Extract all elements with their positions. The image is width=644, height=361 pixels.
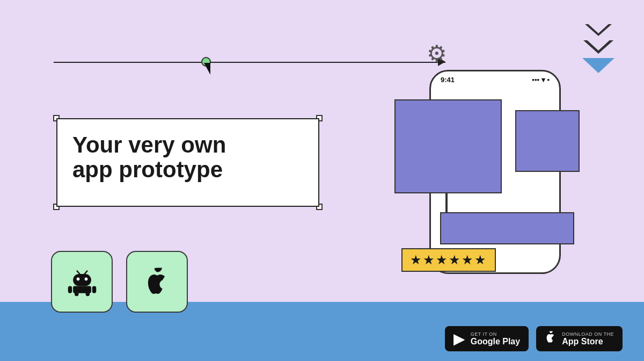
app-icon-row xyxy=(51,251,188,313)
triangle-outline-1 xyxy=(585,24,612,36)
triangles-decoration xyxy=(582,24,614,73)
svg-point-5 xyxy=(76,277,79,280)
text-box: Your very own app prototype xyxy=(56,118,319,207)
svg-rect-10 xyxy=(68,286,72,293)
prototype-heading: Your very own app prototype xyxy=(57,119,318,196)
ui-block-medium xyxy=(515,110,580,172)
app-store-name: App Store xyxy=(562,337,614,346)
svg-rect-8 xyxy=(74,292,78,296)
timeline-line xyxy=(54,62,445,63)
svg-rect-4 xyxy=(73,274,91,286)
svg-rect-7 xyxy=(73,286,91,293)
phone-time: 9:41 xyxy=(441,76,455,84)
triangle-outline-2 xyxy=(583,40,613,54)
android-icon-box[interactable] xyxy=(51,251,113,313)
phone-signal: ▪▪▪ ▾ ▪ xyxy=(532,76,550,84)
svg-point-6 xyxy=(84,277,87,280)
svg-rect-9 xyxy=(85,292,90,296)
apple-icon-box[interactable] xyxy=(126,251,188,313)
heading-line1: Your very own xyxy=(72,132,226,157)
ui-block-wide xyxy=(440,212,574,244)
store-buttons-row: ▶ GET IT ON Google Play Download on the … xyxy=(445,326,623,351)
cursor-icon xyxy=(204,63,210,75)
google-play-sub: GET IT ON xyxy=(471,331,520,337)
svg-line-3 xyxy=(84,271,87,275)
block-connector xyxy=(445,193,448,215)
heading-line2: app prototype xyxy=(72,157,223,182)
timeline xyxy=(54,51,445,83)
triangle-filled xyxy=(582,58,614,73)
google-play-name: Google Play xyxy=(471,337,520,346)
app-store-button[interactable]: Download on the App Store xyxy=(536,326,623,351)
google-play-text: GET IT ON Google Play xyxy=(471,331,520,346)
ui-block-large xyxy=(394,99,502,193)
android-icon xyxy=(66,266,98,298)
google-play-button[interactable]: ▶ GET IT ON Google Play xyxy=(445,326,529,351)
svg-line-2 xyxy=(77,271,80,275)
stars-rating: ★★★★★★ xyxy=(401,248,496,272)
svg-rect-11 xyxy=(92,286,96,293)
google-play-icon: ▶ xyxy=(453,331,465,346)
app-store-sub: Download on the xyxy=(562,331,614,337)
text-box-container: Your very own app prototype xyxy=(51,113,325,212)
app-store-text: Download on the App Store xyxy=(562,331,614,346)
gear-icon: ⚙ xyxy=(427,40,447,67)
apple-store-icon xyxy=(545,330,557,347)
apple-icon xyxy=(142,266,172,298)
phone-status-bar: 9:41 ▪▪▪ ▾ ▪ xyxy=(431,71,559,86)
